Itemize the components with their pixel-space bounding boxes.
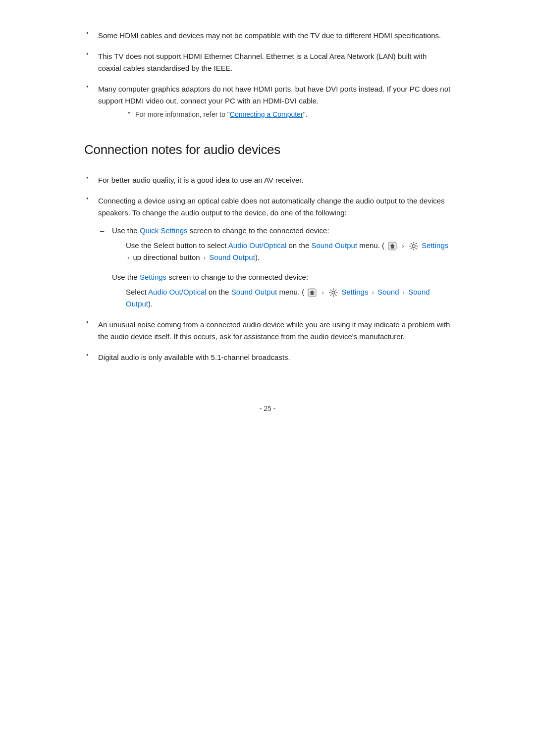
- bullet-text: An unusual noise coming from a connected…: [98, 320, 450, 341]
- home-icon-2: [307, 288, 317, 298]
- sub-para-1: Use the Select button to select Audio Ou…: [112, 240, 451, 263]
- home-icon-1: [387, 241, 397, 251]
- list-item: Digital audio is only available with 5.1…: [84, 352, 451, 363]
- page-container: Some HDMI cables and devices may not be …: [45, 0, 490, 454]
- chevron-2: ›: [127, 253, 129, 263]
- quick-settings-link: Quick Settings: [140, 226, 188, 235]
- page-footer: - 25 -: [84, 403, 451, 414]
- sound-output-link-1: Sound Output: [209, 253, 255, 261]
- chevron-6: ›: [403, 288, 405, 298]
- bullet-text: Digital audio is only available with 5.1…: [98, 353, 290, 361]
- gear-icon-1: [409, 241, 419, 251]
- chevron-5: ›: [372, 288, 374, 298]
- audio-out-optical-2: Audio Out/Optical: [148, 288, 207, 296]
- bullet-text: This TV does not support HDMI Ethernet C…: [98, 52, 427, 72]
- list-item: For better audio quality, it is a good i…: [84, 174, 451, 186]
- chevron-3: ›: [204, 253, 206, 263]
- connecting-computer-link[interactable]: Connecting a Computer: [230, 110, 303, 118]
- audio-out-optical-1: Audio Out/Optical: [228, 241, 287, 250]
- bullet-text: For better audio quality, it is a good i…: [98, 176, 304, 184]
- list-item: This TV does not support HDMI Ethernet C…: [84, 50, 451, 74]
- sound-output-2: Sound Output: [231, 288, 277, 296]
- top-bullet-list: Some HDMI cables and devices may not be …: [84, 30, 451, 120]
- list-item: Many computer graphics adaptors do not h…: [84, 83, 451, 120]
- settings-link-3: Settings: [341, 288, 368, 296]
- audio-bullet-list: For better audio quality, it is a good i…: [84, 174, 451, 363]
- sub-para-2: Select Audio Out/Optical on the Sound Ou…: [112, 286, 451, 310]
- chevron-1: ›: [402, 241, 404, 252]
- dash-list: Use the Quick Settings screen to change …: [98, 225, 451, 310]
- dash-intro: Use the Quick Settings screen to change …: [112, 226, 329, 235]
- sub-note: For more information, refer to "Connecti…: [98, 109, 451, 120]
- sound-output-1: Sound Output: [311, 241, 357, 250]
- list-item: An unusual noise coming from a connected…: [84, 319, 451, 343]
- gear-icon-2: [328, 288, 338, 298]
- sub-note-text: For more information, refer to "Connecti…: [135, 110, 308, 118]
- section-title: Connection notes for audio devices: [84, 140, 451, 160]
- bullet-text: Connecting a device using an optical cab…: [98, 197, 445, 217]
- bullet-text: Some HDMI cables and devices may not be …: [98, 31, 441, 40]
- bullet-text: Many computer graphics adaptors do not h…: [98, 85, 450, 105]
- settings-link-2: Settings: [140, 273, 166, 281]
- list-item: Connecting a device using an optical cab…: [84, 195, 451, 310]
- page-number: - 25 -: [260, 404, 276, 412]
- list-item: Some HDMI cables and devices may not be …: [84, 30, 451, 42]
- svg-point-1: [412, 245, 415, 248]
- dash-item: Use the Settings screen to change to the…: [98, 271, 451, 310]
- sound-link: Sound: [377, 288, 399, 296]
- svg-point-3: [332, 291, 335, 294]
- settings-link-1: Settings: [422, 241, 448, 250]
- dash-intro: Use the Settings screen to change to the…: [112, 273, 308, 281]
- dash-item: Use the Quick Settings screen to change …: [98, 225, 451, 263]
- chevron-4: ›: [322, 288, 324, 298]
